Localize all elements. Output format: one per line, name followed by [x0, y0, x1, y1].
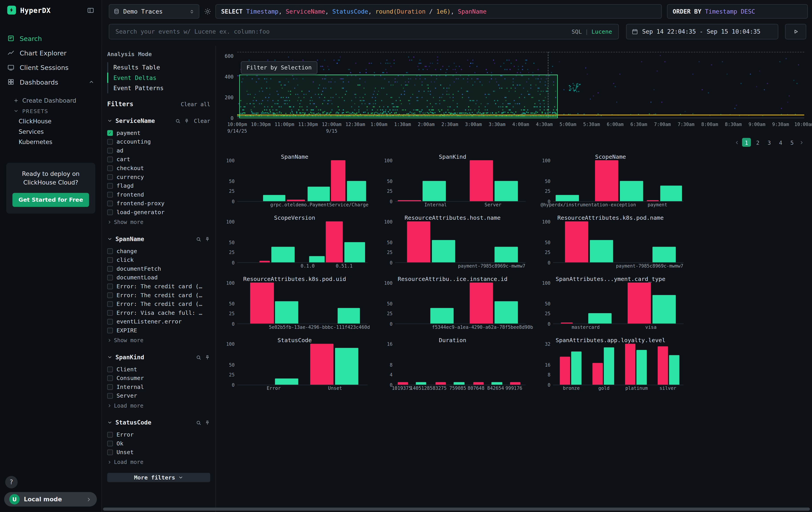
chevron-right-icon[interactable] [799, 140, 804, 145]
bar[interactable] [263, 195, 286, 201]
filter-option[interactable]: documentFetch [107, 265, 210, 273]
analysis-option-event-deltas[interactable]: Event Deltas [107, 73, 210, 83]
sql-mode-toggle[interactable]: SQL [572, 28, 582, 35]
chevron-down-icon[interactable] [107, 355, 112, 360]
checkbox[interactable] [107, 275, 113, 280]
events-heatmap[interactable]: Filter by Selection [237, 52, 804, 118]
checkbox[interactable] [107, 130, 113, 136]
lucene-mode-toggle[interactable]: Lucene [591, 28, 612, 35]
run-query-button[interactable] [785, 24, 806, 39]
filter-option[interactable]: change [107, 247, 210, 256]
filter-option[interactable]: currency [107, 173, 210, 182]
checkbox[interactable] [107, 174, 113, 180]
bar[interactable] [259, 261, 270, 262]
chevron-left-icon[interactable] [734, 140, 740, 145]
checkbox[interactable] [107, 384, 113, 390]
bar[interactable] [398, 382, 408, 385]
checkbox[interactable] [107, 257, 113, 263]
filter-option[interactable]: Error: Visa cache full: … [107, 308, 210, 318]
show-more-button[interactable]: Show more [107, 336, 210, 344]
filter-option[interactable]: Consumer [107, 374, 210, 383]
bar[interactable] [338, 308, 360, 323]
order-by-editor[interactable]: ORDER BY Timestamp DESC [667, 4, 808, 19]
checkbox[interactable] [107, 450, 113, 455]
bar[interactable] [308, 187, 330, 201]
filter-option[interactable]: payment [107, 129, 210, 138]
checkbox[interactable] [107, 319, 113, 325]
bar[interactable] [250, 282, 274, 323]
filter-option[interactable]: Error: The credit card (… [107, 282, 210, 291]
create-dashboard-button[interactable]: Create Dashboard [0, 96, 102, 106]
filter-option[interactable]: Error [107, 430, 210, 439]
bar[interactable] [473, 382, 484, 385]
bar[interactable] [628, 282, 651, 323]
pin-icon[interactable] [205, 236, 210, 242]
bar[interactable] [637, 350, 647, 385]
checkbox[interactable] [107, 293, 113, 298]
collapse-sidebar-icon[interactable] [87, 6, 94, 14]
bar[interactable] [595, 160, 618, 201]
bar[interactable] [470, 282, 493, 323]
source-select[interactable]: Demo Traces [109, 4, 199, 19]
checkbox[interactable] [107, 183, 113, 189]
settings-gear-icon[interactable] [204, 8, 211, 15]
checkbox[interactable] [107, 210, 113, 215]
checkbox[interactable] [107, 441, 113, 447]
horizontal-scrollbar[interactable] [103, 508, 810, 511]
bar[interactable] [326, 221, 343, 262]
bar[interactable] [494, 247, 518, 263]
filter-option[interactable]: cart [107, 155, 210, 164]
pin-icon[interactable] [205, 354, 210, 360]
bar[interactable] [335, 348, 359, 385]
bar[interactable] [572, 351, 582, 385]
filter-option[interactable]: accounting [107, 137, 210, 146]
filter-option[interactable]: flagd [107, 182, 210, 190]
show-more-button[interactable]: Show more [107, 218, 210, 226]
filter-option[interactable]: Client [107, 365, 210, 374]
bar[interactable] [652, 247, 676, 263]
chevron-down-icon[interactable] [107, 420, 112, 425]
bar[interactable] [454, 382, 464, 385]
bar[interactable] [423, 181, 446, 201]
search-input[interactable] [115, 28, 572, 35]
filter-option[interactable]: EXPIRE [107, 326, 210, 335]
filter-option[interactable]: load-generator [107, 208, 210, 217]
get-started-button[interactable]: Get Started for Free [12, 193, 89, 207]
checkbox[interactable] [107, 248, 113, 254]
page-button-1[interactable]: 1 [742, 138, 751, 147]
bar[interactable] [660, 186, 683, 201]
sidebar-item-search[interactable]: Search [0, 31, 102, 46]
bar[interactable] [309, 256, 324, 263]
sidebar-item-dashboards[interactable]: Dashboards [0, 75, 102, 89]
time-range-picker[interactable]: Sep 14 22:04:35 - Sep 15 10:04:35 [626, 24, 778, 39]
presets-toggle[interactable]: PRESETS [0, 106, 102, 116]
filter-option[interactable]: Server [107, 392, 210, 400]
checkbox[interactable] [107, 192, 113, 198]
filter-option[interactable]: Error: The credit card (… [107, 300, 210, 308]
bar[interactable] [658, 346, 668, 385]
filter-option[interactable]: Internal [107, 383, 210, 392]
checkbox[interactable] [107, 375, 113, 381]
filter-option[interactable]: frontend [107, 190, 210, 199]
sql-query-editor[interactable]: SELECT Timestamp, ServiceName, StatusCod… [215, 4, 662, 19]
bar[interactable] [647, 200, 659, 201]
pin-icon[interactable] [205, 420, 210, 425]
search-icon[interactable] [196, 354, 201, 360]
analysis-option-event-patterns[interactable]: Event Patterns [107, 83, 210, 93]
bar[interactable] [331, 160, 346, 201]
checkbox[interactable] [107, 284, 113, 289]
bar[interactable] [344, 242, 365, 262]
clear-all-button[interactable]: Clear all [181, 101, 210, 107]
bar[interactable] [407, 221, 431, 262]
checkbox[interactable] [107, 148, 113, 154]
clear-filter-button[interactable]: Clear [194, 118, 210, 124]
page-button-3[interactable]: 3 [765, 138, 774, 147]
bar[interactable] [620, 181, 643, 201]
chart-selection-region[interactable] [239, 75, 558, 118]
local-mode[interactable]: U Local mode [4, 492, 97, 507]
bar[interactable] [347, 181, 367, 201]
bar[interactable] [560, 357, 570, 385]
bar[interactable] [494, 301, 518, 323]
page-button-2[interactable]: 2 [754, 138, 762, 147]
bar[interactable] [669, 355, 680, 385]
